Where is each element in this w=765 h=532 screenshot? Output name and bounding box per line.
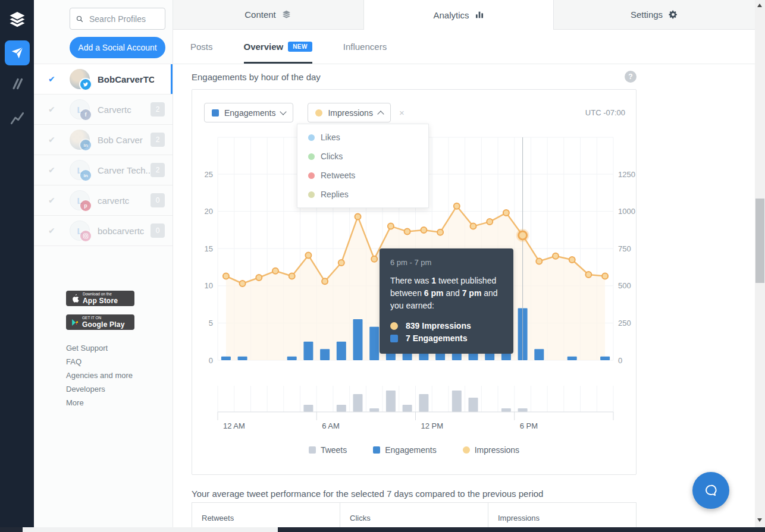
badge-caption: Download on the bbox=[83, 292, 118, 297]
scroll-up-arrow[interactable] bbox=[757, 4, 762, 7]
menu-item-likes[interactable]: Likes bbox=[297, 128, 428, 147]
queue-count-badge: 2 bbox=[151, 102, 165, 117]
gear-icon bbox=[668, 10, 678, 20]
timezone-label: UTC -07:00 bbox=[585, 108, 625, 117]
search-input[interactable] bbox=[88, 14, 159, 24]
engagements-swatch bbox=[212, 109, 219, 117]
section-title: Engagements by hour of the day bbox=[192, 72, 321, 82]
layers-icon bbox=[281, 10, 291, 20]
tooltip-body: There was 1 tweet published between 6 pm… bbox=[390, 275, 503, 312]
check-icon[interactable]: ✔ bbox=[48, 196, 58, 205]
linkedin-badge-icon: in bbox=[79, 169, 92, 182]
profile-row-instagram[interactable]: ✔ L bobcarvertc 0 bbox=[34, 216, 173, 246]
buffer-logo-icon[interactable] bbox=[0, 11, 34, 29]
svg-text:6 PM: 6 PM bbox=[520, 421, 538, 430]
stat-label: 7 Engagements bbox=[406, 333, 467, 343]
badge-title: App Store bbox=[83, 297, 118, 304]
impressions-swatch bbox=[315, 109, 322, 117]
impressions-swatch bbox=[390, 322, 398, 330]
add-social-account-button[interactable]: Add a Social Account bbox=[70, 37, 165, 58]
check-icon[interactable]: ✔ bbox=[48, 74, 58, 84]
impressions-series-dropdown[interactable]: Impressions bbox=[308, 103, 390, 122]
check-icon[interactable]: ✔ bbox=[48, 226, 58, 235]
stat-label: 839 Impressions bbox=[406, 321, 471, 330]
profile-name: BobCarverTC bbox=[98, 74, 154, 84]
tab-settings[interactable]: Settings bbox=[553, 0, 755, 30]
profile-row-twitter[interactable]: ✔ BobCarverTC bbox=[34, 64, 173, 95]
menu-item-replies[interactable]: Replies bbox=[297, 185, 428, 204]
tab-label: Analytics bbox=[433, 10, 469, 20]
svg-text:1000: 1000 bbox=[618, 207, 635, 216]
help-icon[interactable]: ? bbox=[625, 71, 637, 83]
impressions-swatch bbox=[463, 446, 470, 454]
tab-label: Settings bbox=[631, 10, 663, 20]
subtab-label: Overview bbox=[244, 42, 284, 52]
link-get-support[interactable]: Get Support bbox=[66, 344, 133, 352]
support-chat-button[interactable] bbox=[692, 472, 729, 509]
link-agencies[interactable]: Agencies and more bbox=[66, 371, 133, 380]
svg-text:5: 5 bbox=[209, 319, 213, 328]
engagements-series-dropdown[interactable]: Engagements bbox=[204, 103, 293, 122]
chevron-down-icon bbox=[280, 108, 287, 115]
menu-item-label: Clicks bbox=[321, 152, 343, 161]
profile-list: ✔ BobCarverTC ✔ L f Carvertc 2 ✔ bbox=[34, 64, 173, 246]
link-faq[interactable]: FAQ bbox=[66, 357, 133, 366]
tooltip-time-range: 6 pm - 7 pm bbox=[390, 258, 503, 267]
legend-tweets: Tweets bbox=[309, 445, 347, 455]
svg-text:0: 0 bbox=[618, 356, 622, 365]
check-icon[interactable]: ✔ bbox=[48, 105, 58, 114]
series-label: Impressions bbox=[328, 108, 372, 118]
scroll-down-arrow[interactable] bbox=[757, 518, 762, 522]
tab-analytics[interactable]: Analytics bbox=[364, 0, 553, 30]
menu-item-retweets[interactable]: Retweets bbox=[297, 166, 428, 185]
pinterest-badge-icon: p bbox=[79, 199, 92, 212]
remove-series-icon[interactable]: × bbox=[399, 108, 405, 118]
svg-text:750: 750 bbox=[618, 244, 631, 253]
svg-text:12 PM: 12 PM bbox=[421, 421, 444, 430]
sub-tab-bar: Posts Overview NEW Influencers bbox=[173, 30, 755, 64]
svg-text:1250: 1250 bbox=[618, 170, 635, 179]
pablo-icon[interactable] bbox=[0, 76, 34, 92]
vertical-scroll-thumb[interactable] bbox=[755, 199, 764, 283]
svg-text:0: 0 bbox=[209, 356, 213, 365]
tweets-swatch bbox=[309, 446, 316, 454]
google-play-badge[interactable]: GET IT ON Google Play bbox=[66, 314, 134, 330]
link-more[interactable]: More bbox=[66, 398, 133, 407]
horizontal-scrollbar bbox=[0, 527, 765, 532]
profile-search[interactable] bbox=[70, 8, 165, 30]
profile-row-linkedin-1[interactable]: ✔ in Bob Carver 2 bbox=[34, 125, 173, 155]
profile-name: Carvertc bbox=[98, 105, 131, 115]
check-icon[interactable]: ✔ bbox=[48, 165, 58, 175]
tab-content[interactable]: Content bbox=[173, 0, 364, 30]
svg-text:15: 15 bbox=[205, 244, 213, 253]
profile-row-pinterest[interactable]: ✔ L p carvertc 0 bbox=[34, 185, 173, 216]
legend-label: Impressions bbox=[475, 445, 519, 455]
check-icon[interactable]: ✔ bbox=[48, 135, 58, 144]
profile-row-facebook[interactable]: ✔ L f Carvertc 2 bbox=[34, 95, 173, 125]
likes-swatch bbox=[308, 134, 315, 141]
menu-item-clicks[interactable]: Clicks bbox=[297, 147, 428, 166]
subtab-overview[interactable]: Overview NEW bbox=[244, 30, 312, 64]
horizontal-scroll-thumb[interactable] bbox=[23, 527, 278, 532]
performance-section-title: Your average tweet performance for the s… bbox=[192, 489, 543, 499]
analyze-icon[interactable] bbox=[0, 111, 34, 126]
svg-text:12 AM: 12 AM bbox=[223, 421, 245, 430]
app-store-badge[interactable]: Download on the App Store bbox=[66, 291, 134, 306]
svg-text:10: 10 bbox=[205, 281, 213, 290]
selected-indicator bbox=[171, 64, 173, 94]
menu-item-label: Retweets bbox=[321, 171, 355, 180]
queue-count-badge: 2 bbox=[151, 163, 165, 177]
link-developers[interactable]: Developers bbox=[66, 385, 133, 394]
linkedin-badge-icon: in bbox=[79, 138, 92, 152]
profile-row-linkedin-2[interactable]: ✔ L in Carver Tech... 2 bbox=[34, 155, 173, 185]
chevron-up-icon bbox=[377, 111, 384, 117]
engagements-swatch bbox=[373, 446, 380, 454]
main-content: Content Analytics Settings Posts bbox=[173, 0, 755, 532]
svg-text:20: 20 bbox=[205, 207, 213, 216]
top-tab-bar: Content Analytics Settings bbox=[173, 0, 755, 30]
queue-tab-active[interactable] bbox=[5, 40, 30, 65]
subtab-influencers[interactable]: Influencers bbox=[343, 30, 387, 64]
hourly-chart-card: 005250105001575020100025125012 AM6 AM12 … bbox=[192, 89, 637, 475]
subtab-posts[interactable]: Posts bbox=[190, 30, 213, 64]
queue-count-badge: 0 bbox=[151, 223, 165, 238]
